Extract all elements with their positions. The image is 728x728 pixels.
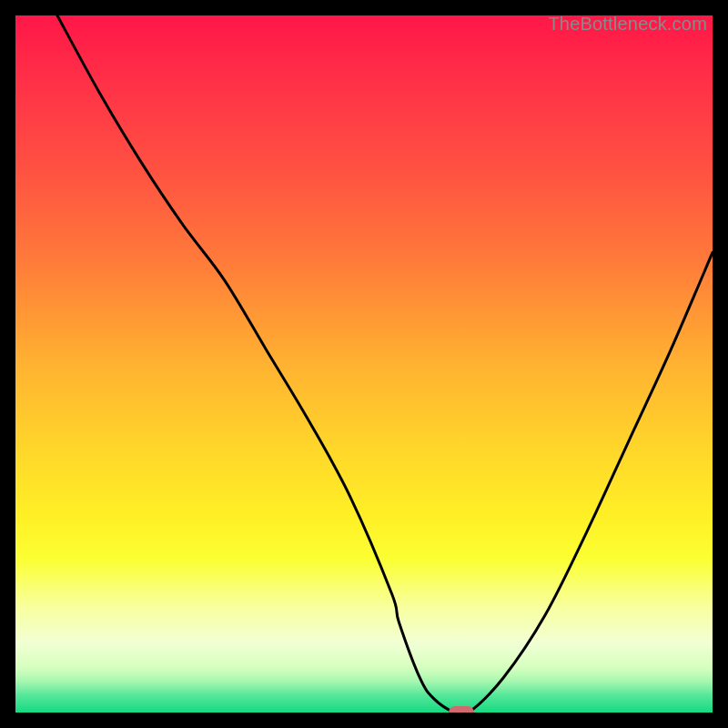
plot-area: TheBottleneck.com [15,15,713,713]
watermark-text: TheBottleneck.com [548,15,707,35]
optimal-marker [449,706,474,713]
bottleneck-curve [15,15,713,713]
